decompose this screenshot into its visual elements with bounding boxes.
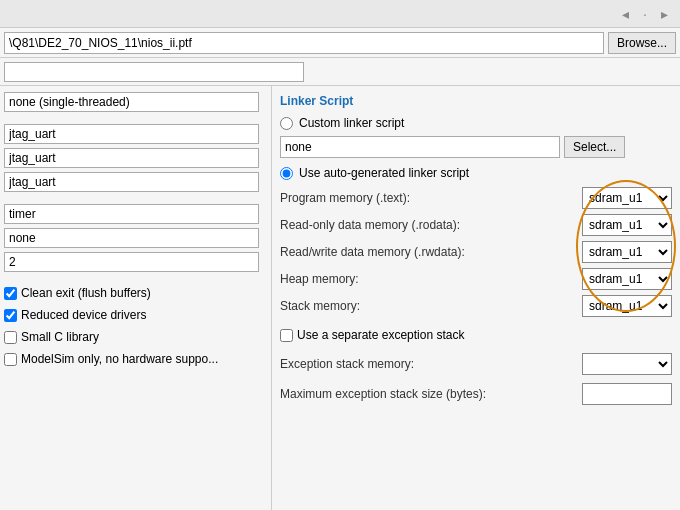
os-select-input[interactable] (4, 92, 259, 112)
exception-memory-label: Exception stack memory: (280, 357, 414, 371)
none-field[interactable] (280, 136, 560, 158)
left-item-3 (0, 146, 271, 170)
rwdata-memory-select[interactable]: sdram_u1 (582, 241, 672, 263)
auto-linker-label: Use auto-generated linker script (299, 166, 469, 180)
left-item-2val (0, 250, 271, 274)
left-item-0 (0, 90, 271, 114)
custom-linker-label: Custom linker script (299, 116, 404, 130)
left-item-2 (0, 122, 271, 146)
custom-linker-row: Custom linker script (280, 116, 672, 130)
back-arrow-icon[interactable]: ◂ (618, 4, 633, 24)
rodata-memory-select[interactable]: sdram_u1 (582, 214, 672, 236)
rwdata-memory-row: Read/write data memory (.rwdata): sdram_… (280, 240, 672, 264)
memory-section: Program memory (.text): sdram_u1 Read-on… (280, 186, 672, 318)
forward-arrow-icon[interactable]: ▸ (657, 4, 672, 24)
separate-exception-label: Use a separate exception stack (297, 328, 464, 342)
small-c-checkbox[interactable] (4, 331, 17, 344)
rodata-memory-label: Read-only data memory (.rodata): (280, 218, 460, 232)
heap-memory-select[interactable]: sdram_u1 (582, 268, 672, 290)
max-exception-input[interactable] (582, 383, 672, 405)
stack-memory-label: Stack memory: (280, 299, 360, 313)
stdout-input[interactable] (4, 148, 259, 168)
separator-dot: · (639, 4, 651, 24)
auto-linker-radio[interactable] (280, 167, 293, 180)
program-memory-label: Program memory (.text): (280, 191, 410, 205)
heap-memory-row: Heap memory: sdram_u1 (280, 267, 672, 291)
auto-linker-row: Use auto-generated linker script (280, 166, 672, 180)
small-c-row: Small C library (0, 326, 271, 348)
left-item-4 (0, 170, 271, 194)
exception-memory-row: Exception stack memory: (280, 352, 672, 376)
number-input[interactable] (4, 252, 259, 272)
file-path-input[interactable] (4, 32, 604, 54)
separate-exception-checkbox[interactable] (280, 329, 293, 342)
max-exception-row: Maximum exception stack size (bytes): (280, 382, 672, 406)
modelsim-label: ModelSim only, no hardware suppo... (21, 352, 218, 366)
small-c-label: Small C library (21, 330, 99, 344)
separate-exception-row: Use a separate exception stack (280, 324, 672, 346)
exception-memory-select[interactable] (582, 353, 672, 375)
clean-exit-label: Clean exit (flush buffers) (21, 286, 151, 300)
stack-memory-select[interactable]: sdram_u1 (582, 295, 672, 317)
select-button[interactable]: Select... (564, 136, 625, 158)
left-item-none (0, 226, 271, 250)
top-navigation-bar: ◂ · ▸ (0, 0, 680, 28)
rodata-memory-row: Read-only data memory (.rodata): sdram_u… (280, 213, 672, 237)
heap-memory-label: Heap memory: (280, 272, 359, 286)
timer-input[interactable] (4, 204, 259, 224)
stderr-input[interactable] (4, 172, 259, 192)
none-input[interactable] (4, 228, 259, 248)
program-memory-row: Program memory (.text): sdram_u1 (280, 186, 672, 210)
main-content: Clean exit (flush buffers) Reduced devic… (0, 86, 680, 510)
browse-button[interactable]: Browse... (608, 32, 676, 54)
linker-script-title: Linker Script (280, 94, 672, 108)
stdin-input[interactable] (4, 124, 259, 144)
max-exception-label: Maximum exception stack size (bytes): (280, 387, 486, 401)
modelsim-row: ModelSim only, no hardware suppo... (0, 348, 271, 370)
reduced-drivers-checkbox[interactable] (4, 309, 17, 322)
file-path-row: Browse... (0, 28, 680, 58)
reduced-drivers-label: Reduced device drivers (21, 308, 146, 322)
none-select-row: Select... (280, 136, 672, 158)
secondary-input[interactable] (4, 62, 304, 82)
right-panel: Linker Script Custom linker script Selec… (272, 86, 680, 510)
stack-memory-row: Stack memory: sdram_u1 (280, 294, 672, 318)
reduced-drivers-row: Reduced device drivers (0, 304, 271, 326)
second-input-row (0, 58, 680, 86)
left-item-timer (0, 202, 271, 226)
left-panel: Clean exit (flush buffers) Reduced devic… (0, 86, 272, 510)
clean-exit-row: Clean exit (flush buffers) (0, 282, 271, 304)
program-memory-select[interactable]: sdram_u1 (582, 187, 672, 209)
custom-linker-radio[interactable] (280, 117, 293, 130)
clean-exit-checkbox[interactable] (4, 287, 17, 300)
modelsim-checkbox[interactable] (4, 353, 17, 366)
rwdata-memory-label: Read/write data memory (.rwdata): (280, 245, 465, 259)
